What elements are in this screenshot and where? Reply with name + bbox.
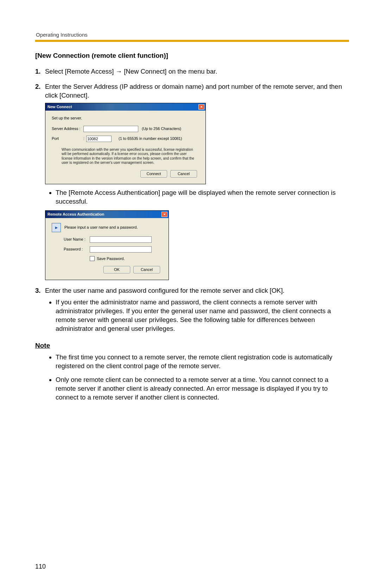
save-password-checkbox[interactable]	[90, 256, 95, 261]
dialog2-title: Remote Access Authentication	[48, 212, 104, 217]
step-1-number: 1.	[35, 67, 40, 76]
server-address-input[interactable]	[83, 126, 138, 132]
port-hint: (1 to 65535 in number except 10081)	[119, 136, 182, 141]
cancel-button[interactable]: Cancel	[170, 170, 197, 178]
dialog1-intro: Set up the server.	[52, 116, 199, 121]
dialog1-titlebar[interactable]: New Connect ×	[45, 103, 205, 111]
close-icon[interactable]: ×	[198, 104, 204, 110]
note-bullet-1: The first time you connect to a remote s…	[56, 353, 349, 371]
server-address-label: Server Address :	[52, 126, 83, 131]
step-1-text-b: [New Connect] on the menu bar.	[124, 68, 217, 75]
port-label: Port	[52, 136, 83, 141]
connect-button[interactable]: Connect	[140, 170, 167, 178]
header-rule	[35, 40, 349, 42]
arrow-icon: →	[116, 68, 122, 75]
username-input[interactable]	[90, 236, 152, 243]
port-input[interactable]	[86, 136, 112, 142]
username-label: User Name :	[64, 237, 90, 242]
page-number: 110	[35, 563, 46, 570]
new-connect-dialog: New Connect × Set up the server. Server …	[45, 103, 206, 184]
close-icon[interactable]: ×	[162, 212, 167, 217]
step-3: 3. Enter the user name and password conf…	[45, 286, 349, 333]
dialog1-help-text: When communication with the server you s…	[62, 148, 195, 165]
auth-prompt: Please input a user name and a password.	[64, 225, 138, 230]
step-1-text-a: Select [Remote Access]	[45, 68, 114, 75]
step-2: 2. Enter the Server Address (IP address …	[45, 82, 349, 280]
section-title: [New Connection (remote client function)…	[35, 52, 349, 60]
note-bullet-2: Only one remote client can be connected …	[56, 376, 349, 402]
ok-button[interactable]: OK	[103, 266, 130, 273]
dialog1-title: New Connect	[48, 104, 72, 110]
server-address-hint: (Up to 256 Characters)	[142, 126, 181, 131]
auth-dialog: Remote Access Authentication × ▸ Please …	[45, 210, 169, 280]
password-label: Password :	[64, 247, 90, 252]
port-colon: :	[83, 136, 86, 141]
auth-icon: ▸	[52, 223, 61, 232]
password-input[interactable]	[90, 246, 152, 253]
running-header: Operating Instructions	[35, 32, 349, 38]
save-password-label: Save Password.	[97, 256, 125, 261]
note-heading: Note	[35, 342, 349, 349]
dialog2-titlebar[interactable]: Remote Access Authentication ×	[45, 211, 169, 218]
step-1: 1. Select [Remote Access] → [New Connect…	[45, 67, 349, 76]
step-3-text: Enter the user name and password configu…	[45, 287, 285, 294]
step-3-number: 3.	[35, 286, 40, 295]
step-2-text: Enter the Server Address (IP address or …	[45, 83, 342, 99]
step-2-bullet: The [Remote Access Authentication] page …	[56, 188, 349, 206]
step-3-sub-bullet: If you enter the administrator name and …	[56, 298, 349, 333]
step-2-number: 2.	[35, 82, 40, 91]
cancel-button[interactable]: Cancel	[133, 266, 160, 273]
